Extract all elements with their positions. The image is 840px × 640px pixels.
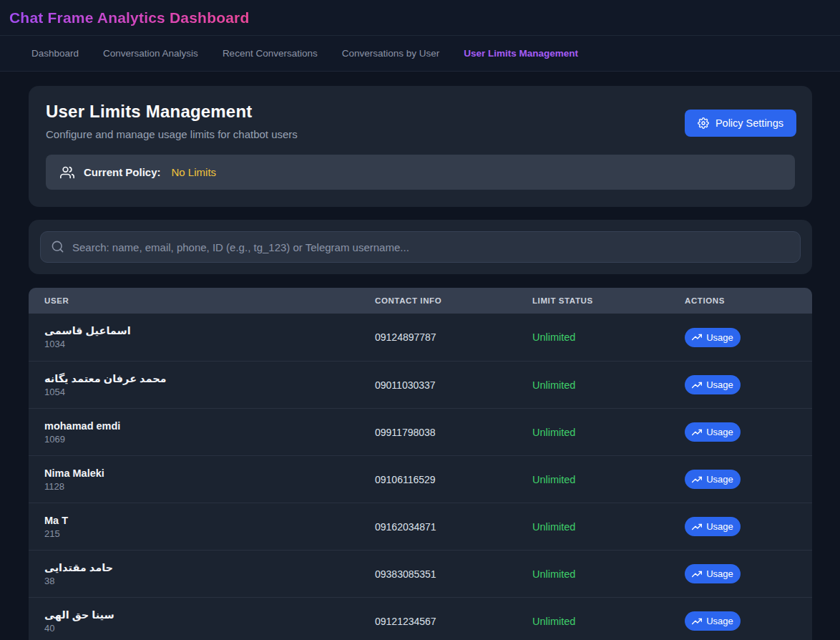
user-name: سینا حق الهی bbox=[44, 609, 375, 621]
usage-button[interactable]: Usage bbox=[685, 375, 741, 394]
current-policy-bar: Current Policy: No Limits bbox=[46, 155, 795, 190]
actions-cell: Usage bbox=[685, 470, 812, 489]
table-row: Ma T 215 09162034871 Unlimited Usage bbox=[29, 503, 812, 550]
column-header-actions: Actions bbox=[685, 296, 812, 305]
limit-status: Unlimited bbox=[532, 379, 685, 391]
table-row: حامد مقتدایی 38 09383085351 Unlimited Us… bbox=[29, 550, 812, 597]
nav-bar: Dashboard Conversation Analysis Recent C… bbox=[0, 36, 840, 72]
user-cell: محمد عرفان معتمد یگانه 1054 bbox=[44, 373, 375, 397]
policy-settings-button-label: Policy Settings bbox=[716, 117, 783, 129]
actions-cell: Usage bbox=[685, 517, 812, 536]
contact-phone: 09911798038 bbox=[375, 427, 532, 438]
column-header-user: User bbox=[44, 296, 375, 305]
page-title: User Limits Management bbox=[46, 102, 795, 122]
contact-phone: 09383085351 bbox=[375, 568, 532, 580]
search-input[interactable] bbox=[40, 231, 801, 263]
user-name: اسماعیل قاسمی bbox=[44, 325, 375, 336]
user-name: محمد عرفان معتمد یگانه bbox=[44, 373, 375, 384]
nav-tab-dashboard[interactable]: Dashboard bbox=[31, 48, 79, 59]
user-id: 40 bbox=[44, 623, 375, 634]
table-header-row: User Contact Info Limit Status Actions bbox=[29, 288, 812, 314]
trending-up-icon bbox=[692, 616, 702, 626]
user-cell: mohamad emdi 1069 bbox=[44, 420, 375, 445]
gear-icon bbox=[698, 117, 709, 129]
user-limits-table: User Contact Info Limit Status Actions ا… bbox=[29, 288, 812, 640]
contact-phone: 09162034871 bbox=[375, 521, 532, 533]
limit-status: Unlimited bbox=[532, 521, 685, 533]
usage-button-label: Usage bbox=[706, 427, 733, 437]
column-header-limit-status: Limit Status bbox=[532, 296, 685, 305]
contact-phone: 09106116529 bbox=[375, 474, 532, 485]
limit-status: Unlimited bbox=[532, 568, 685, 580]
usage-button[interactable]: Usage bbox=[685, 611, 741, 631]
current-policy-value: No Limits bbox=[172, 166, 217, 178]
app-title: Chat Frame Analytics Dashboard bbox=[9, 9, 249, 26]
usage-button-label: Usage bbox=[706, 379, 733, 390]
table-row: اسماعیل قاسمی 1034 09124897787 Unlimited… bbox=[29, 314, 812, 361]
user-id: 1034 bbox=[44, 339, 375, 349]
search-box bbox=[40, 231, 801, 263]
usage-button-label: Usage bbox=[706, 616, 733, 626]
usage-button[interactable]: Usage bbox=[685, 564, 741, 583]
user-name: Nima Maleki bbox=[44, 467, 375, 479]
user-cell: Ma T 215 bbox=[44, 515, 375, 539]
usage-button[interactable]: Usage bbox=[685, 422, 741, 442]
usage-button-label: Usage bbox=[706, 568, 733, 579]
user-id: 1054 bbox=[44, 387, 375, 397]
actions-cell: Usage bbox=[685, 328, 812, 347]
table-row: mohamad emdi 1069 09911798038 Unlimited … bbox=[29, 408, 812, 455]
usage-button[interactable]: Usage bbox=[685, 470, 741, 489]
app-window: Chat Frame Analytics Dashboard Dashboard… bbox=[0, 0, 840, 640]
users-icon bbox=[60, 165, 74, 180]
trending-up-icon bbox=[692, 427, 702, 437]
user-name: حامد مقتدایی bbox=[44, 562, 375, 573]
current-policy-label: Current Policy: bbox=[84, 166, 161, 178]
nav-tab-recent-conversations[interactable]: Recent Conversations bbox=[223, 48, 318, 59]
trending-up-icon bbox=[692, 569, 702, 579]
usage-button-label: Usage bbox=[706, 332, 733, 343]
search-icon bbox=[51, 240, 64, 253]
user-cell: Nima Maleki 1128 bbox=[44, 467, 375, 492]
user-id: 1128 bbox=[44, 481, 375, 492]
actions-cell: Usage bbox=[685, 611, 812, 631]
user-name: mohamad emdi bbox=[44, 420, 375, 432]
nav-tab-user-limits-management[interactable]: User Limits Management bbox=[464, 48, 578, 59]
table-body: اسماعیل قاسمی 1034 09124897787 Unlimited… bbox=[29, 314, 812, 640]
user-limits-header-card: User Limits Management Configure and man… bbox=[29, 86, 812, 207]
search-card bbox=[29, 220, 812, 274]
usage-button[interactable]: Usage bbox=[685, 517, 741, 536]
contact-phone: 09124897787 bbox=[375, 331, 532, 343]
limit-status: Unlimited bbox=[532, 474, 685, 485]
user-cell: سینا حق الهی 40 bbox=[44, 609, 375, 634]
table-row: محمد عرفان معتمد یگانه 1054 09011030337 … bbox=[29, 361, 812, 408]
user-cell: حامد مقتدایی 38 bbox=[44, 562, 375, 586]
nav-tab-conversation-analysis[interactable]: Conversation Analysis bbox=[103, 48, 198, 59]
trending-up-icon bbox=[692, 475, 702, 485]
limit-status: Unlimited bbox=[532, 427, 685, 438]
user-id: 38 bbox=[44, 576, 375, 586]
contact-phone: 09121234567 bbox=[375, 616, 532, 627]
table-row: سینا حق الهی 40 09121234567 Unlimited Us… bbox=[29, 597, 812, 640]
trending-up-icon bbox=[692, 380, 702, 390]
main-content: User Limits Management Configure and man… bbox=[0, 72, 840, 640]
user-name: Ma T bbox=[44, 515, 375, 526]
top-bar: Chat Frame Analytics Dashboard bbox=[0, 0, 840, 36]
trending-up-icon bbox=[692, 332, 702, 342]
usage-button-label: Usage bbox=[706, 521, 733, 532]
column-header-contact-info: Contact Info bbox=[375, 296, 532, 305]
actions-cell: Usage bbox=[685, 422, 812, 442]
actions-cell: Usage bbox=[685, 375, 812, 394]
limit-status: Unlimited bbox=[532, 616, 685, 627]
contact-phone: 09011030337 bbox=[375, 379, 532, 391]
table-row: Nima Maleki 1128 09106116529 Unlimited U… bbox=[29, 455, 812, 503]
user-cell: اسماعیل قاسمی 1034 bbox=[44, 325, 375, 349]
user-id: 215 bbox=[44, 528, 375, 539]
policy-settings-button[interactable]: Policy Settings bbox=[685, 110, 796, 137]
limit-status: Unlimited bbox=[532, 331, 685, 343]
usage-button[interactable]: Usage bbox=[685, 328, 741, 347]
page-subtitle: Configure and manage usage limits for ch… bbox=[46, 128, 795, 140]
user-id: 1069 bbox=[44, 434, 375, 445]
nav-tab-conversations-by-user[interactable]: Conversations by User bbox=[342, 48, 440, 59]
usage-button-label: Usage bbox=[706, 474, 733, 485]
actions-cell: Usage bbox=[685, 564, 812, 583]
